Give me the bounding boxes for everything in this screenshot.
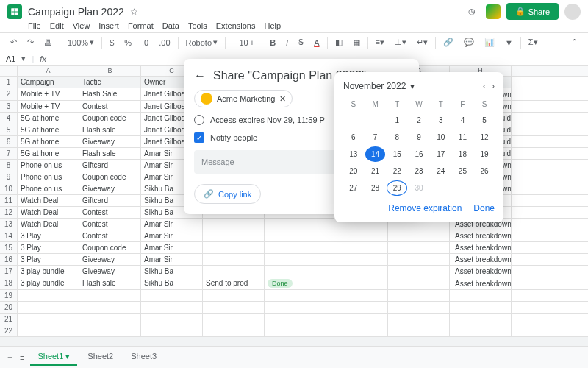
text-color-icon[interactable]: A: [311, 37, 322, 49]
notify-checkbox[interactable]: ✓: [194, 132, 204, 143]
cell[interactable]: [79, 290, 141, 301]
history-icon[interactable]: ◷: [464, 4, 480, 20]
cell[interactable]: [203, 290, 265, 301]
cell[interactable]: 5G at home: [18, 136, 79, 147]
toolbar-expand-icon[interactable]: ⌃: [568, 36, 581, 49]
all-sheets-icon[interactable]: ≡: [20, 353, 24, 362]
file-cell[interactable]: [450, 302, 512, 313]
file-cell[interactable]: Asset breakdown: [450, 230, 512, 241]
zoom-select[interactable]: 100% ▾: [65, 36, 97, 49]
cell[interactable]: Amar Sir: [141, 230, 203, 241]
menu-file[interactable]: File: [28, 21, 41, 30]
percent-icon[interactable]: %: [121, 37, 135, 49]
meet-icon[interactable]: [486, 4, 501, 19]
recipient-chip[interactable]: Acme Marketing ✕: [194, 90, 293, 107]
cell[interactable]: [203, 219, 265, 230]
cell[interactable]: [326, 254, 388, 265]
cell[interactable]: [388, 325, 450, 336]
cell[interactable]: [265, 230, 326, 241]
remove-expiration-button[interactable]: Remove expiration: [388, 203, 462, 213]
cell[interactable]: Flash sale: [79, 277, 141, 289]
menu-view[interactable]: View: [73, 21, 90, 30]
borders-icon[interactable]: ▦: [350, 36, 363, 49]
undo-icon[interactable]: ↶: [7, 36, 20, 49]
row-number[interactable]: 16: [0, 254, 18, 265]
calendar-day[interactable]: 6: [343, 130, 364, 145]
row-number[interactable]: 19: [0, 290, 18, 301]
cell[interactable]: 3 play bundle: [18, 266, 79, 277]
cell[interactable]: Contest: [79, 101, 141, 112]
redo-icon[interactable]: ↷: [24, 36, 37, 49]
row-number[interactable]: 5: [0, 124, 18, 135]
add-sheet-icon[interactable]: ＋: [6, 352, 14, 363]
cell[interactable]: Giveaway: [79, 266, 141, 277]
cell[interactable]: Giveaway: [79, 136, 141, 147]
cell[interactable]: Amar Sir: [141, 219, 203, 230]
filter-icon[interactable]: ▼: [502, 37, 516, 49]
cell[interactable]: Contest: [79, 230, 141, 241]
cell[interactable]: Flash sale: [79, 148, 141, 159]
cell[interactable]: [79, 302, 141, 313]
row-number[interactable]: 11: [0, 195, 18, 206]
row-number[interactable]: 20: [0, 302, 18, 313]
month-dropdown-icon[interactable]: ▾: [410, 81, 415, 91]
cell[interactable]: [18, 302, 79, 313]
cell[interactable]: Watch Deal: [18, 219, 79, 230]
cell[interactable]: [79, 314, 141, 325]
row-number[interactable]: 14: [0, 230, 18, 241]
cell[interactable]: 5G at home: [18, 148, 79, 159]
cell[interactable]: [326, 242, 388, 253]
cell[interactable]: [141, 325, 203, 336]
column-header-cell[interactable]: Tactic: [79, 77, 141, 88]
copy-link-button[interactable]: 🔗 Copy link: [194, 184, 261, 204]
cell[interactable]: [326, 290, 388, 301]
done-button[interactable]: Done: [473, 203, 495, 213]
calendar-day[interactable]: 11: [453, 130, 473, 145]
cell[interactable]: [265, 242, 326, 253]
cell[interactable]: Giftcard: [79, 160, 141, 171]
calendar-day[interactable]: 30: [409, 180, 429, 196]
fill-color-icon[interactable]: ◧: [332, 36, 345, 49]
cell[interactable]: Sikhu Ba: [141, 277, 203, 289]
cell[interactable]: 5G at home: [18, 124, 79, 135]
cell[interactable]: [388, 266, 450, 277]
prev-month-icon[interactable]: ‹: [483, 81, 486, 91]
calendar-day[interactable]: 19: [474, 146, 495, 162]
cell[interactable]: [326, 266, 388, 277]
cell[interactable]: Amar Sir: [141, 242, 203, 253]
calendar-day[interactable]: 24: [431, 163, 451, 179]
cell[interactable]: Flash sale: [79, 124, 141, 135]
wrap-icon[interactable]: ↵▾: [414, 36, 431, 49]
functions-icon[interactable]: Σ▾: [526, 36, 541, 49]
calendar-day[interactable]: 12: [474, 130, 495, 145]
cell[interactable]: Flash Sale: [79, 88, 141, 100]
calendar-day[interactable]: 15: [387, 146, 407, 162]
row-number[interactable]: 17: [0, 266, 18, 277]
cell[interactable]: [326, 302, 388, 313]
cell[interactable]: [79, 325, 141, 336]
file-cell[interactable]: [450, 290, 512, 301]
month-label[interactable]: November 2022: [343, 81, 406, 91]
cell[interactable]: [203, 242, 265, 253]
calendar-day[interactable]: 13: [343, 146, 364, 162]
bold-icon[interactable]: B: [267, 37, 279, 49]
share-button[interactable]: 🔒Share: [506, 3, 559, 20]
row-number[interactable]: 3: [0, 101, 18, 112]
menu-edit[interactable]: Edit: [50, 21, 64, 30]
file-cell[interactable]: Asset breakdown: [450, 277, 512, 289]
row-number[interactable]: 18: [0, 277, 18, 289]
calendar-day[interactable]: 9: [409, 130, 429, 145]
align-icon[interactable]: ≡▾: [373, 36, 387, 49]
row-number[interactable]: 10: [0, 183, 18, 194]
cell[interactable]: Contest: [79, 219, 141, 230]
sheet-tab[interactable]: Sheet3: [123, 349, 164, 366]
row-number[interactable]: 6: [0, 136, 18, 147]
cell[interactable]: 3 Play: [18, 242, 79, 253]
cell[interactable]: [203, 302, 265, 313]
cell[interactable]: Phone on us: [18, 160, 79, 171]
calendar-day[interactable]: 4: [453, 113, 473, 128]
calendar-day[interactable]: 26: [474, 163, 495, 179]
cell[interactable]: 5G at home: [18, 113, 79, 124]
cell[interactable]: [388, 230, 450, 241]
calendar-day[interactable]: 17: [431, 146, 451, 162]
